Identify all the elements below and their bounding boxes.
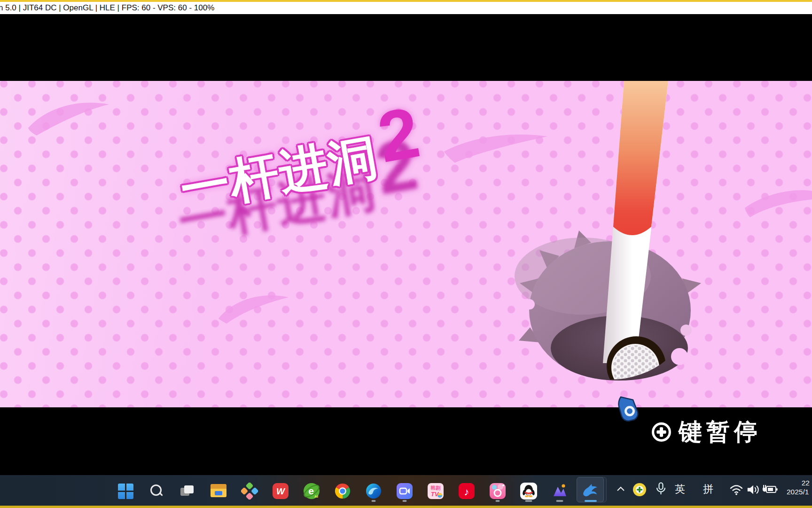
- taskbar-item-edge[interactable]: [364, 480, 383, 502]
- chevron-up-icon: [617, 486, 625, 492]
- svg-text:♪: ♪: [464, 486, 469, 498]
- taskbar-item-hanju-tv[interactable]: 韩剧 TV: [426, 480, 445, 502]
- ime-english-label: 英: [675, 482, 685, 496]
- wii-pointer-cursor[interactable]: [617, 396, 640, 425]
- running-indicator: [525, 500, 532, 502]
- chrome-icon: [334, 483, 351, 500]
- screen-border-bottom: [0, 506, 812, 508]
- dolphin-icon: [582, 484, 600, 499]
- wps-office-icon: W: [272, 483, 289, 500]
- tray-volume[interactable]: [746, 484, 760, 496]
- svg-text:W: W: [276, 486, 286, 496]
- taskbar-item-file-explorer[interactable]: [209, 480, 228, 502]
- clock-time: 22: [787, 478, 812, 487]
- svg-text:e: e: [308, 485, 314, 496]
- window-title: n 5.0 | JIT64 DC | OpenGL | HLE | FPS: 6…: [0, 3, 214, 13]
- taskbar-item-browser-360[interactable]: e AI: [302, 480, 321, 502]
- antivirus-shield-icon: [632, 483, 647, 497]
- taskbar-item-chrome[interactable]: [333, 480, 352, 502]
- running-indicator: [403, 500, 407, 502]
- pause-hint: 键暂停: [650, 420, 762, 444]
- browser-e-icon: e AI: [303, 482, 320, 500]
- edge-icon: [365, 483, 382, 500]
- svg-text:韩剧: 韩剧: [430, 485, 441, 491]
- tray-ime-pinyin[interactable]: 拼: [703, 482, 713, 496]
- pinwheel-icon: [241, 483, 258, 500]
- screen: { "window": { "title_text": "n 5.0 | JIT…: [0, 0, 812, 508]
- taskbar-item-qq[interactable]: [519, 480, 538, 502]
- ime-pinyin-label: 拼: [703, 482, 713, 496]
- music-note-icon: ♪: [458, 483, 475, 500]
- folder-icon: [210, 484, 227, 498]
- pause-hint-label: 键暂停: [679, 420, 762, 444]
- microphone-icon: [655, 482, 667, 495]
- taskbar-item-video-recorder[interactable]: [395, 480, 414, 502]
- search-icon: [149, 484, 164, 499]
- golf-ball: [607, 336, 666, 396]
- speaker-icon: [746, 484, 760, 496]
- qq-penguin-icon: [520, 482, 538, 500]
- taskbar: W e AI: [0, 475, 812, 506]
- video-recorder-icon: [396, 483, 413, 500]
- tray-antivirus[interactable]: [632, 483, 647, 497]
- start-button[interactable]: [116, 480, 135, 502]
- taskbar-item-mountain-app[interactable]: [550, 480, 569, 502]
- taskbar-item-netease-music[interactable]: ♪: [457, 480, 476, 502]
- taskbar-item-wps-office[interactable]: W: [271, 480, 290, 502]
- taskbar-item-search[interactable]: [147, 480, 166, 502]
- plus-circle-icon: [650, 421, 672, 443]
- screen-border-top: [0, 0, 812, 2]
- running-indicator: [556, 500, 563, 502]
- running-indicator: [372, 500, 376, 502]
- battery-charging-icon: [762, 484, 778, 495]
- tray-ime-english[interactable]: 英: [675, 482, 685, 496]
- camera-app-icon: [489, 483, 506, 500]
- taskbar-item-pinwheel-suite[interactable]: [240, 480, 259, 502]
- windows-logo-icon: [118, 484, 133, 499]
- wifi-icon: [729, 484, 743, 495]
- active-running-indicator: [585, 500, 597, 502]
- task-view-icon: [180, 484, 195, 498]
- mountain-icon: [551, 483, 568, 500]
- tray-chevron-up[interactable]: [617, 486, 625, 492]
- running-indicator: [496, 500, 500, 502]
- tray-wifi[interactable]: [729, 484, 743, 495]
- taskbar-item-dolphin-emulator[interactable]: [581, 480, 600, 502]
- game-viewport: 一杆进洞2 一杆进洞2: [0, 81, 812, 407]
- taskbar-apps: W e AI: [116, 480, 600, 502]
- clock-date: 2025/1: [787, 487, 812, 496]
- tray-clock[interactable]: 22 2025/1: [787, 478, 812, 496]
- tray-microphone[interactable]: [655, 482, 667, 495]
- tray-battery[interactable]: [762, 484, 778, 495]
- taskbar-item-task-view[interactable]: [178, 480, 197, 502]
- window-titlebar: n 5.0 | JIT64 DC | OpenGL | HLE | FPS: 6…: [0, 2, 812, 14]
- svg-text:AI: AI: [314, 494, 318, 499]
- hanju-tv-icon: 韩剧 TV: [427, 483, 444, 500]
- taskbar-item-camera-pink-app[interactable]: [488, 480, 507, 502]
